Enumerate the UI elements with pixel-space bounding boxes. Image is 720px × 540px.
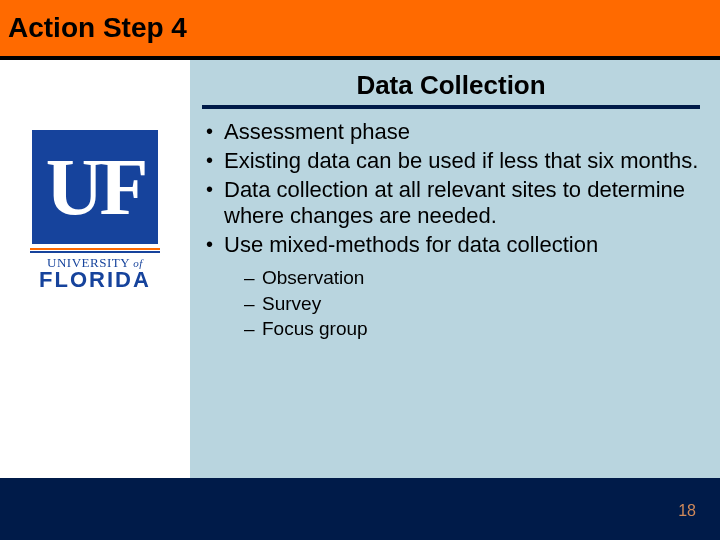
bullet-list: Assessment phase Existing data can be us… bbox=[202, 119, 700, 342]
uf-logo-letters: UF bbox=[32, 130, 158, 244]
uf-logo-florida-text: FLORIDA bbox=[20, 269, 170, 291]
slide: Action Step 4 UF UNIVERSITY of FLORIDA D… bbox=[0, 0, 720, 540]
bullet-item-text: Use mixed-methods for data collection bbox=[224, 232, 598, 257]
page-number: 18 bbox=[678, 502, 696, 520]
uf-logo: UF UNIVERSITY of FLORIDA bbox=[20, 130, 170, 291]
bullet-item: Use mixed-methods for data collection Ob… bbox=[202, 232, 700, 342]
sub-bullet-item: Observation bbox=[242, 265, 700, 291]
sub-bullet-item: Focus group bbox=[242, 316, 700, 342]
bullet-item: Data collection at all relevant sites to… bbox=[202, 177, 700, 231]
slide-body: UF UNIVERSITY of FLORIDA Data Collection… bbox=[0, 60, 720, 478]
title-bar: Action Step 4 bbox=[0, 0, 720, 60]
footer-bar: 18 bbox=[0, 478, 720, 540]
section-underline bbox=[202, 105, 700, 109]
bullet-item: Existing data can be used if less that s… bbox=[202, 148, 700, 175]
sub-bullet-list: Observation Survey Focus group bbox=[242, 265, 700, 342]
title-underline bbox=[0, 56, 720, 60]
slide-title: Action Step 4 bbox=[0, 0, 720, 44]
left-column: UF UNIVERSITY of FLORIDA bbox=[0, 60, 190, 478]
uf-logo-rule-orange bbox=[30, 248, 160, 250]
uf-logo-rule-blue bbox=[30, 251, 160, 253]
sub-bullet-item: Survey bbox=[242, 291, 700, 317]
section-title: Data Collection bbox=[202, 70, 700, 101]
uf-logo-box: UF bbox=[32, 130, 158, 244]
bullet-item: Assessment phase bbox=[202, 119, 700, 146]
right-column: Data Collection Assessment phase Existin… bbox=[190, 60, 720, 478]
